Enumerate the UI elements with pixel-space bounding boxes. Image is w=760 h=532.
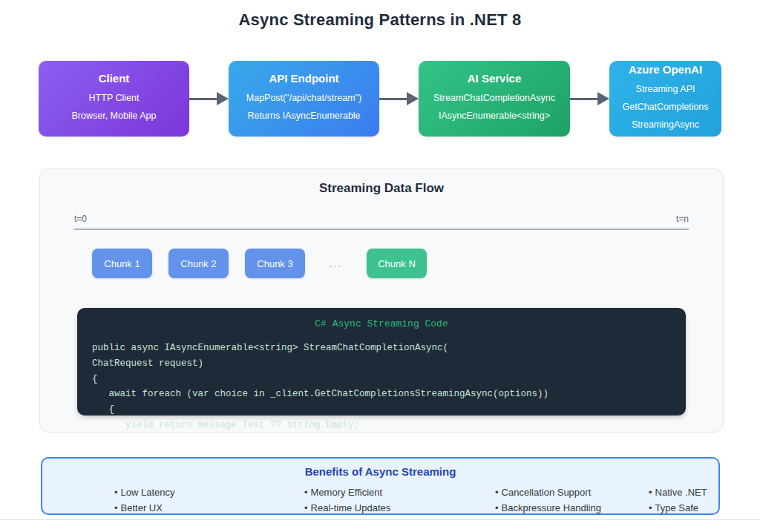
chunk-1: Chunk 1 bbox=[92, 249, 152, 278]
node-detail: IAsyncEnumerable<string> bbox=[426, 108, 563, 125]
node-detail: HTTP Client bbox=[46, 90, 182, 108]
benefits-column: •Cancellation Support •Backpressure Hand… bbox=[495, 485, 649, 516]
benefit-item: •Cancellation Support bbox=[495, 485, 649, 500]
arrow-right-icon bbox=[407, 92, 419, 105]
page-title: Async Streaming Patterns in .NET 8 bbox=[0, 0, 760, 30]
bullet-icon: • bbox=[304, 502, 308, 513]
timeline: t=0 t=n bbox=[74, 214, 689, 230]
benefit-item: •Better UX bbox=[114, 500, 304, 516]
bullet-icon: • bbox=[649, 502, 652, 513]
benefit-label: Better UX bbox=[121, 502, 163, 513]
node-title: Client bbox=[46, 72, 182, 85]
code-line: ChatRequest request) bbox=[92, 356, 671, 372]
benefits-column: •Native .NET •Type Safe bbox=[649, 485, 718, 516]
architecture-flow: Client HTTP Client Browser, Mobile App A… bbox=[39, 61, 721, 137]
code-line-overflow: yield return message.Text ?? string.Empt… bbox=[92, 418, 671, 433]
timeline-start-label: t=0 bbox=[74, 214, 87, 224]
bullet-icon: • bbox=[495, 502, 499, 513]
code-block-title: C# Async Streaming Code bbox=[92, 318, 671, 330]
bullet-icon: • bbox=[114, 487, 118, 498]
timeline-end-label: t=n bbox=[676, 214, 689, 224]
benefit-item: •Real-time Updates bbox=[304, 500, 495, 516]
benefit-item: •Backpressure Handling bbox=[495, 500, 649, 516]
benefit-item: •Low Latency bbox=[114, 485, 304, 500]
bottom-divider bbox=[0, 519, 760, 520]
chunks-ellipsis: ... bbox=[321, 258, 350, 269]
streaming-data-flow-panel: Streaming Data Flow t=0 t=n Chunk 1 Chun… bbox=[39, 168, 724, 433]
benefit-item: •Type Safe bbox=[649, 500, 718, 516]
flow-node-api-endpoint: API Endpoint MapPost("/api/chat/stream")… bbox=[229, 61, 379, 137]
arrow-right-icon bbox=[597, 92, 609, 105]
bullet-icon: • bbox=[649, 487, 652, 498]
node-detail: Streaming API bbox=[617, 81, 714, 99]
benefit-label: Type Safe bbox=[655, 502, 699, 513]
node-detail: Browser, Mobile App bbox=[46, 108, 182, 125]
chunks-row: Chunk 1 Chunk 2 Chunk 3 ... Chunk N bbox=[92, 249, 723, 278]
benefit-label: Cancellation Support bbox=[502, 487, 592, 498]
node-detail: Returns IAsyncEnumerable bbox=[236, 108, 372, 125]
benefit-label: Native .NET bbox=[655, 487, 707, 498]
node-detail: MapPost("/api/chat/stream") bbox=[236, 90, 372, 108]
code-line: { bbox=[92, 372, 671, 387]
node-detail: GetChatCompletions StreamingAsync bbox=[617, 99, 714, 134]
flow-arrow bbox=[570, 61, 609, 137]
code-line: { bbox=[92, 402, 671, 418]
chunk-n: Chunk N bbox=[367, 249, 427, 278]
arrow-right-icon bbox=[217, 92, 229, 105]
code-line: await foreach (var choice in _client.Get… bbox=[92, 387, 671, 402]
arrow-shaft bbox=[570, 98, 597, 100]
flow-arrow bbox=[379, 61, 419, 137]
bullet-icon: • bbox=[114, 502, 118, 513]
node-title: Azure OpenAI bbox=[617, 63, 714, 76]
benefit-item: •Native .NET bbox=[649, 485, 718, 500]
benefit-label: Low Latency bbox=[121, 487, 175, 498]
flow-node-azure-openai: Azure OpenAI Streaming API GetChatComple… bbox=[609, 61, 721, 137]
benefits-grid: •Low Latency •Better UX •Memory Efficien… bbox=[42, 485, 718, 516]
node-detail: StreamChatCompletionAsync bbox=[426, 90, 563, 108]
bullet-icon: • bbox=[495, 487, 499, 498]
arrow-shaft bbox=[189, 98, 217, 100]
benefits-title: Benefits of Async Streaming bbox=[42, 465, 718, 478]
chunk-2: Chunk 2 bbox=[168, 249, 229, 278]
benefit-label: Memory Efficient bbox=[311, 487, 383, 498]
arrow-shaft bbox=[379, 98, 407, 100]
panel-title: Streaming Data Flow bbox=[40, 169, 723, 196]
benefits-panel: Benefits of Async Streaming •Low Latency… bbox=[41, 457, 720, 515]
flow-node-ai-service: AI Service StreamChatCompletionAsync IAs… bbox=[419, 61, 570, 137]
benefit-item: •Memory Efficient bbox=[304, 485, 495, 500]
code-block: C# Async Streaming Code public async IAs… bbox=[77, 308, 686, 416]
node-title: API Endpoint bbox=[236, 72, 372, 85]
flow-node-client: Client HTTP Client Browser, Mobile App bbox=[39, 61, 189, 137]
timeline-axis bbox=[74, 229, 689, 230]
benefits-column: •Memory Efficient •Real-time Updates bbox=[304, 485, 495, 516]
node-title: AI Service bbox=[426, 72, 563, 85]
benefit-label: Backpressure Handling bbox=[502, 502, 601, 513]
flow-arrow bbox=[189, 61, 229, 137]
bullet-icon: • bbox=[304, 487, 308, 498]
code-line: public async IAsyncEnumerable<string> St… bbox=[92, 341, 671, 356]
chunk-3: Chunk 3 bbox=[245, 249, 305, 278]
benefits-column: •Low Latency •Better UX bbox=[114, 485, 304, 516]
benefit-label: Real-time Updates bbox=[311, 502, 391, 513]
